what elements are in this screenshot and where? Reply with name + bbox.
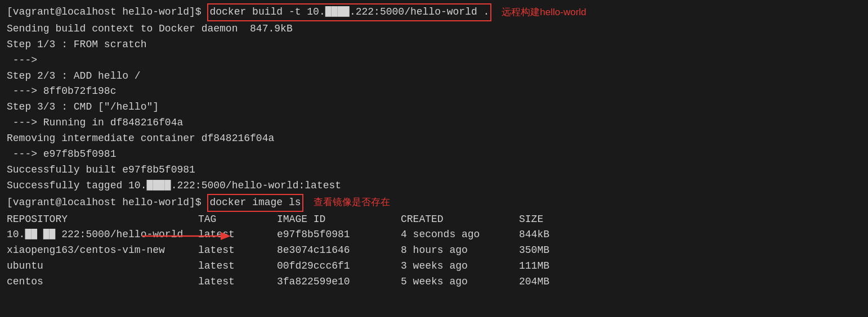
table-cell: centos: [7, 274, 198, 290]
annotation: 查看镜像是否存在: [314, 195, 390, 210]
table-cell: 5 weeks ago: [401, 274, 519, 290]
terminal-line: Successfully tagged 10.████.222:5000/hel…: [7, 178, 861, 194]
terminal-line: ubuntulatest00fd29ccc6f13 weeks ago111MB: [7, 259, 861, 274]
terminal-line: Step 1/3 : FROM scratch: [7, 37, 861, 53]
table-cell: latest: [198, 259, 277, 274]
table-cell: 00fd29ccc6f1: [277, 259, 401, 274]
prompt: [vagrant@localhost hello-world]$: [7, 195, 207, 211]
command-text: docker image ls: [207, 194, 303, 212]
output-text: ---> e97f8b5f0981: [7, 147, 116, 162]
output-text: ---> Running in df848216f04a: [7, 115, 183, 131]
table-cell: ubuntu: [7, 259, 198, 274]
terminal-line: Step 2/3 : ADD hello /: [7, 69, 861, 84]
output-text: Successfully built e97f8b5f0981: [7, 162, 195, 178]
prompt: [vagrant@localhost hello-world]$: [7, 4, 207, 20]
output-text: Sending build context to Docker daemon 8…: [7, 21, 293, 37]
annotation: 远程构建hello-world: [502, 5, 586, 20]
terminal-line: [vagrant@localhost hello-world]$ docker …: [7, 194, 861, 212]
output-text: Step 3/3 : CMD ["/hello"]: [7, 99, 159, 115]
table-cell: 350MB: [519, 243, 587, 259]
svg-marker-1: [221, 232, 231, 240]
table-cell: 204MB: [519, 274, 587, 290]
terminal-line: [vagrant@localhost hello-world]$ docker …: [7, 3, 861, 21]
arrow-icon: [142, 228, 232, 244]
table-cell: 111MB: [519, 259, 587, 274]
table-cell: latest: [198, 274, 277, 290]
table-header-cell: CREATED: [401, 212, 519, 228]
terminal-line: Removing intermediate container df848216…: [7, 131, 861, 147]
terminal-line: ---> Running in df848216f04a: [7, 115, 861, 131]
terminal-line: --->: [7, 53, 861, 69]
table-cell: e97f8b5f0981: [277, 227, 401, 243]
output-text: ---> 8ff0b72f198c: [7, 84, 116, 99]
output-text: Step 2/3 : ADD hello /: [7, 69, 141, 84]
terminal-line: centoslatest3fa822599e105 weeks ago204MB: [7, 274, 861, 290]
command-text: docker build -t 10.████.222:5000/hello-w…: [207, 3, 491, 21]
table-cell: 4 seconds ago: [401, 227, 519, 243]
output-text: Successfully tagged 10.████.222:5000/hel…: [7, 178, 341, 194]
table-header-cell: IMAGE ID: [277, 212, 401, 228]
terminal-line: Step 3/3 : CMD ["/hello"]: [7, 99, 861, 115]
terminal-line: ---> e97f8b5f0981: [7, 147, 861, 162]
terminal-line: ---> 8ff0b72f198c: [7, 84, 861, 99]
terminal-line: xiaopeng163/centos-vim-newlatest8e3074c1…: [7, 243, 861, 259]
terminal-line: Sending build context to Docker daemon 8…: [7, 21, 861, 37]
terminal-line: 10.██ ██ 222:5000/hello-worldlateste97f8…: [7, 227, 861, 243]
table-header-cell: SIZE: [519, 212, 587, 228]
table-cell: xiaopeng163/centos-vim-new: [7, 243, 198, 259]
table-cell: 844kB: [519, 227, 587, 243]
table-cell: 8e3074c11646: [277, 243, 401, 259]
terminal-line: REPOSITORYTAGIMAGE IDCREATEDSIZE: [7, 212, 861, 228]
output-text: --->: [7, 53, 37, 69]
terminal-line: Successfully built e97f8b5f0981: [7, 162, 861, 178]
table-cell: 3fa822599e10: [277, 274, 401, 290]
table-cell: 3 weeks ago: [401, 259, 519, 274]
table-header-cell: TAG: [198, 212, 277, 228]
table-cell: 8 hours ago: [401, 243, 519, 259]
table-header-cell: REPOSITORY: [7, 212, 198, 228]
table-cell: latest: [198, 243, 277, 259]
output-text: Removing intermediate container df848216…: [7, 131, 274, 147]
terminal: [vagrant@localhost hello-world]$ docker …: [0, 0, 868, 317]
output-text: Step 1/3 : FROM scratch: [7, 37, 146, 53]
